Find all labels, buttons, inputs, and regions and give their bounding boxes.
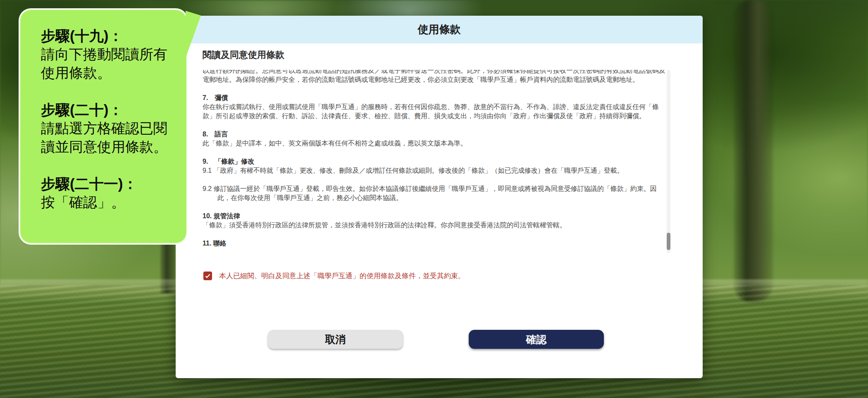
step-body: 請向下捲動閱讀所有 使用條款。 (41, 45, 179, 82)
scrollbar[interactable] (667, 70, 670, 253)
step-title: 步驟(二十)： (41, 100, 179, 119)
dialog-header: 使用條款 (176, 16, 703, 43)
terms-heading-10: 10. 規管法律 (203, 212, 665, 221)
tutorial-step-21: 步驟(二十一)： 按「確認」。 (41, 174, 179, 212)
tutorial-step-20: 步驟(二十)： 請點選方格確認已閱 讀並同意使用條款。 (41, 100, 179, 156)
terms-heading-9: 9. 「條款」修改 (203, 157, 665, 166)
terms-dialog: 使用條款 閱讀及同意使用條款 以進行額外的驗證。您同意可以透過流動電話的短訊服務… (176, 16, 703, 378)
terms-content: 以進行額外的驗證。您同意可以透過流動電話的短訊服務及／或電子郵件發送一次性密碼。… (203, 70, 665, 248)
tutorial-step-19: 步驟(十九)： 請向下捲動閱讀所有 使用條款。 (41, 26, 179, 82)
step-title: 步驟(十九)： (41, 26, 179, 45)
scrollbar-thumb[interactable] (667, 233, 670, 250)
terms-paragraph: 你在執行或嘗試執行、使用或嘗試使用「職學戶互通」的服務時，若有任何因你疏忽、魯莽… (203, 102, 665, 121)
agree-row: 本人已細閱、明白及同意上述「職學戶互通」的使用條款及條件，並受其約束。 (203, 271, 465, 281)
step-body: 按「確認」。 (41, 193, 179, 212)
terms-paragraph: 「條款」須受香港特別行政區的法律所規管，並須按香港特別行政區的法律詮釋。你亦同意… (203, 221, 665, 230)
dialog-title: 使用條款 (418, 22, 461, 37)
terms-paragraph-9-1: 9.1 「政府」有權不時就「條款」更改、修改、刪除及／或增訂任何條款或細則。修改… (203, 166, 665, 175)
terms-scroll-area[interactable]: 以進行額外的驗證。您同意可以透過流動電話的短訊服務及／或電子郵件發送一次性密碼。… (203, 70, 670, 253)
terms-paragraph: 此「條款」是中譯本，如中、英文兩個版本有任何不相符之處或歧義，應以英文版本為準。 (203, 139, 665, 148)
confirm-button[interactable]: 確認 (469, 330, 604, 349)
terms-heading-8: 8. 語言 (203, 130, 665, 139)
agree-checkbox[interactable] (203, 272, 212, 280)
step-body: 請點選方格確認已閱 讀並同意使用條款。 (41, 119, 179, 156)
checkmark-icon (205, 273, 211, 279)
terms-heading-7: 7. 彌償 (203, 93, 665, 102)
cancel-button[interactable]: 取消 (268, 330, 403, 349)
tutorial-bubble: 步驟(十九)： 請向下捲動閱讀所有 使用條款。 步驟(二十)： 請點選方格確認已… (19, 8, 188, 245)
tree-trunk-right (734, 0, 773, 302)
terms-heading-11: 11. 聯絡 (203, 239, 665, 248)
section-heading: 閱讀及同意使用條款 (203, 49, 284, 61)
step-title: 步驟(二十一)： (41, 174, 179, 193)
agree-label: 本人已細閱、明白及同意上述「職學戶互通」的使用條款及條件，並受其約束。 (219, 271, 465, 281)
terms-paragraph-9-2: 9.2 修訂協議一經於「職學戶互通」登載，即告生效。如你於本協議修訂後繼續使用「… (203, 184, 665, 203)
terms-paragraph: 以進行額外的驗證。您同意可以透過流動電話的短訊服務及／或電子郵件發送一次性密碼。… (203, 70, 665, 84)
